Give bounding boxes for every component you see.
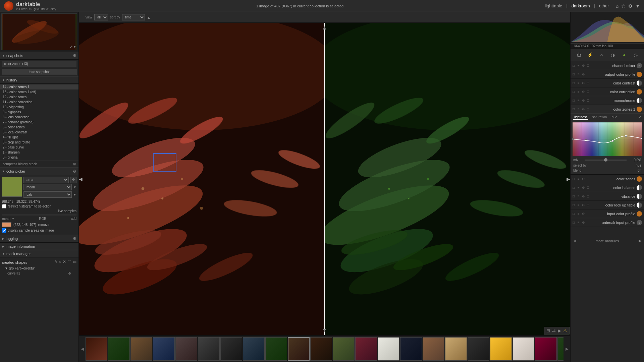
- circle-icon[interactable]: ○: [59, 259, 61, 265]
- film-thumb[interactable]: [130, 337, 152, 361]
- unbreak-input-profile-row[interactable]: □ ≡ ⊙ unbreak input profile ↓: [571, 218, 644, 227]
- history-item[interactable]: 14 - color zones 1: [0, 84, 78, 89]
- history-item[interactable]: 4 - fill light: [0, 135, 78, 140]
- history-item[interactable]: 7 - denoise (profiled): [0, 120, 78, 125]
- sort-select[interactable]: time filename: [122, 14, 145, 20]
- tagging-header[interactable]: ▶ tagging ⚙: [0, 235, 78, 243]
- top-arrow[interactable]: ▲: [322, 25, 327, 31]
- filmstrip-right-arrow[interactable]: ▶: [564, 347, 570, 351]
- color-calc-select[interactable]: mean min max: [23, 184, 72, 190]
- film-thumb[interactable]: [490, 337, 512, 361]
- add-sample-button[interactable]: add: [71, 217, 76, 221]
- history-item[interactable]: 0 - original: [0, 155, 78, 160]
- module-lock-icon[interactable]: ⊙: [581, 64, 585, 68]
- unbreak-input-profile-label[interactable]: unbreak input profile: [587, 221, 635, 225]
- nav-other[interactable]: other: [598, 3, 610, 9]
- color-look-up-table-label[interactable]: color look up table: [591, 203, 635, 207]
- view-select[interactable]: all: [94, 14, 108, 20]
- lightning-icon[interactable]: ⚡: [586, 51, 594, 59]
- mix-slider[interactable]: [585, 160, 627, 161]
- color-picker-config-icon[interactable]: ⚙: [73, 169, 76, 174]
- film-thumb[interactable]: [265, 337, 287, 361]
- color-zones-row[interactable]: □ ≡ ⊙ ⊡ color zones: [571, 175, 644, 183]
- expand-icon[interactable]: ⤢: [638, 115, 641, 120]
- mask-config-icon[interactable]: ⚙: [68, 272, 71, 275]
- input-color-profile-label[interactable]: input color profile: [587, 212, 635, 216]
- history-item[interactable]: 2 - base curve: [0, 145, 78, 150]
- film-thumb[interactable]: [108, 337, 130, 361]
- more-modules-expand-icon[interactable]: ▶: [639, 239, 641, 243]
- cross-icon[interactable]: ✕: [63, 259, 66, 265]
- color-zones-1-label[interactable]: color zones 1: [591, 107, 635, 111]
- mask-group-item[interactable]: ▼ grp Farbkorrektur: [2, 266, 76, 271]
- pencil-icon[interactable]: ✎: [54, 259, 58, 265]
- vibrance-row[interactable]: □ ≡ ⊙ ⊡ vibrance: [571, 192, 644, 201]
- home-icon[interactable]: ⌂: [616, 3, 619, 9]
- module-eye-icon[interactable]: ≡: [577, 72, 581, 76]
- thumb-expand-icon[interactable]: ⤢ ▾: [70, 45, 76, 49]
- film-thumb[interactable]: [355, 337, 377, 361]
- display-sample-areas-check[interactable]: display sample areas on image: [2, 228, 76, 233]
- history-item[interactable]: 11 - color correction: [0, 100, 78, 105]
- circle-mode-icon[interactable]: ○: [598, 51, 606, 59]
- live-samples-button[interactable]: live samples: [2, 208, 76, 214]
- history-header[interactable]: ▼ history: [0, 76, 78, 84]
- film-thumb[interactable]: [513, 337, 534, 361]
- vibrance-label[interactable]: vibrance: [591, 194, 635, 198]
- dropdown-arrow[interactable]: ▼: [635, 3, 640, 9]
- snapshots-config-icon[interactable]: ⚙: [73, 53, 76, 58]
- play-icon[interactable]: ▶: [558, 328, 561, 333]
- module-eye-icon[interactable]: ≡: [577, 64, 581, 68]
- history-item[interactable]: 3 - crop and rotate: [0, 140, 78, 145]
- eyedropper-button[interactable]: ✛: [70, 177, 76, 183]
- nav-lighttable[interactable]: lighttable: [543, 3, 564, 9]
- film-thumb[interactable]: [445, 337, 467, 361]
- film-thumb[interactable]: [333, 337, 355, 361]
- film-thumb[interactable]: [86, 337, 107, 361]
- take-snapshot-button[interactable]: take snapshot: [2, 69, 76, 75]
- contrast-icon[interactable]: ◑: [609, 51, 617, 59]
- mask-manager-header[interactable]: ▼ mask manager: [0, 250, 78, 257]
- gear-icon[interactable]: ⚙: [628, 3, 633, 9]
- rect-icon[interactable]: ▭: [73, 259, 76, 265]
- channel-mixer-row[interactable]: □ ≡ ⊙ ⊡ channel mixer →: [571, 61, 644, 70]
- snapshot-item[interactable]: color zones (13): [2, 61, 76, 67]
- monochrome-label[interactable]: monochrome: [591, 99, 635, 103]
- cz-tab-hue[interactable]: hue: [610, 115, 618, 120]
- nav-darkroom[interactable]: darkroom: [570, 3, 591, 9]
- history-item[interactable]: 1 - sharpen: [0, 150, 78, 155]
- color-picker-header[interactable]: ▼ color picker ⚙: [0, 167, 78, 175]
- filmstrip-left-arrow[interactable]: ◀: [79, 347, 86, 351]
- display-checkbox[interactable]: [2, 228, 6, 233]
- film-thumb[interactable]: [220, 337, 242, 361]
- image-info-header[interactable]: ▶ image information: [0, 243, 78, 250]
- film-thumb[interactable]: [423, 337, 444, 361]
- left-panel-toggle[interactable]: ◀: [79, 176, 83, 182]
- channel-mixer-label[interactable]: channel mixer: [591, 64, 635, 68]
- compare-icon[interactable]: ⇄: [552, 328, 556, 333]
- warning-icon[interactable]: ⚠: [563, 328, 567, 333]
- restrict-checkbox[interactable]: [2, 204, 6, 208]
- film-thumb[interactable]: [400, 337, 422, 361]
- film-thumb[interactable]: [175, 337, 197, 361]
- color-mode-select[interactable]: area point: [23, 177, 69, 183]
- color-correction-label[interactable]: color correction: [591, 90, 635, 94]
- correct-icon[interactable]: ◎: [632, 51, 640, 59]
- history-item[interactable]: 5 - local contrast: [0, 130, 78, 135]
- monochrome-row[interactable]: □ ≡ ⊙ ⊡ monochrome: [571, 96, 644, 105]
- power-icon[interactable]: ⏻: [575, 51, 583, 59]
- sort-direction-icon[interactable]: ▲: [147, 15, 151, 19]
- history-item[interactable]: 6 - color zones: [0, 125, 78, 130]
- module-copy-icon[interactable]: ⊡: [586, 64, 590, 68]
- color-zones-label[interactable]: color zones: [591, 177, 635, 181]
- film-thumb-selected[interactable]: [288, 337, 310, 361]
- color-contrast-label[interactable]: color contrast: [591, 81, 635, 85]
- grid-icon[interactable]: ⊞: [546, 328, 550, 333]
- mask-curve-item[interactable]: curve #1 ⚙: [2, 271, 76, 276]
- history-item[interactable]: 12 - color zones: [0, 95, 78, 100]
- film-thumb[interactable]: [535, 337, 557, 361]
- film-thumb[interactable]: [378, 337, 399, 361]
- star-icon[interactable]: ☆: [621, 3, 626, 9]
- film-thumb[interactable]: [468, 337, 489, 361]
- module-lock-icon[interactable]: ⊙: [581, 72, 585, 76]
